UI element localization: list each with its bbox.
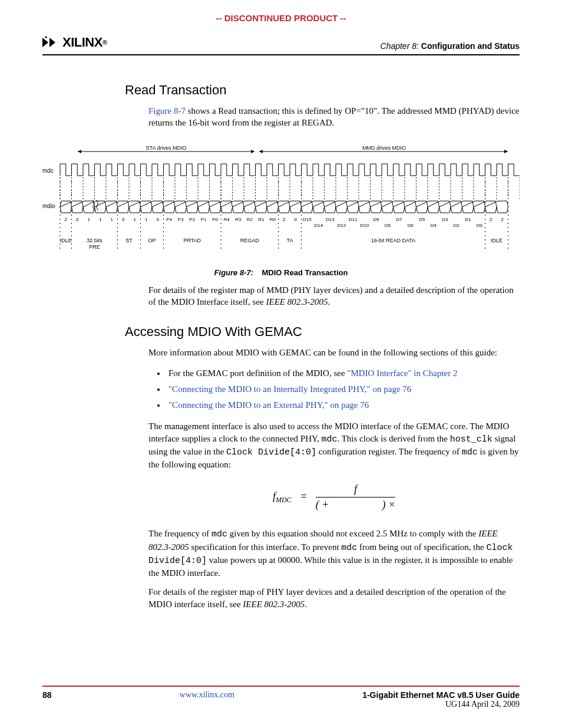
svg-text:IDLE: IDLE — [60, 238, 72, 243]
figure-8-7: STA drives MDIO MMD drives MDIO mdc mdio… — [42, 143, 520, 277]
svg-text:0: 0 — [295, 217, 297, 222]
svg-text:D3: D3 — [442, 217, 448, 222]
svg-text:MMD drives MDIO: MMD drives MDIO — [362, 145, 406, 151]
svg-text:Z: Z — [283, 217, 286, 222]
svg-text:R2: R2 — [247, 217, 253, 222]
svg-marker-6 — [504, 150, 508, 153]
page-footer: 88 www.xilinx.com 1-Gigabit Ethernet MAC… — [42, 686, 520, 709]
list-item: "Connecting the MDIO to an External PHY,… — [166, 397, 520, 413]
footer-url[interactable]: www.xilinx.com — [180, 690, 234, 709]
svg-text:D8: D8 — [385, 223, 391, 228]
chapter-header: Chapter 8: Configuration and Status — [381, 41, 520, 51]
svg-text:STA drives MDIO: STA drives MDIO — [146, 145, 187, 151]
ieee-ref-1: IEEE 802.3-2005 — [266, 297, 328, 307]
svg-marker-2 — [251, 150, 254, 153]
svg-marker-5 — [259, 150, 263, 153]
svg-text:P2: P2 — [189, 217, 195, 222]
svg-text:D13: D13 — [326, 217, 335, 222]
read-transaction-text: shows a Read transaction; this is define… — [148, 106, 520, 127]
svg-text:mdio: mdio — [42, 203, 55, 209]
svg-text:D7: D7 — [396, 217, 402, 222]
svg-text:R4: R4 — [224, 217, 230, 222]
svg-text:PRTAD: PRTAD — [183, 238, 201, 243]
figure-label: Figure 8-7: — [214, 268, 253, 277]
chapter-prefix: Chapter 8: — [381, 41, 419, 51]
after-figure-paragraph: For details of the register map of MMD (… — [148, 284, 520, 308]
svg-text:D15: D15 — [303, 217, 312, 222]
svg-text:OP: OP — [148, 238, 156, 243]
svg-text:1: 1 — [88, 217, 91, 222]
svg-text:D1: D1 — [465, 217, 471, 222]
svg-text:REGAD: REGAD — [240, 238, 260, 243]
svg-text:D11: D11 — [349, 217, 358, 222]
svg-text:R0: R0 — [270, 217, 276, 222]
figure-title: MDIO Read Transaction — [262, 268, 348, 277]
svg-text:TA: TA — [287, 238, 293, 243]
logo-icon — [42, 36, 60, 49]
after-figure-text: For details of the register map of MMD (… — [148, 285, 514, 307]
svg-text:D6: D6 — [408, 223, 414, 228]
svg-text:D0: D0 — [477, 223, 483, 228]
frequency-equation: fMDC = f ( + ) × — [148, 483, 520, 511]
section2-intro: More information about MDIO with GEMAC c… — [148, 347, 520, 358]
svg-marker-1 — [78, 150, 81, 153]
svg-text:PRE: PRE — [89, 244, 100, 250]
svg-text:Z: Z — [64, 217, 67, 222]
doc-title: 1-Gigabit Ethernet MAC v8.5 User Guide — [362, 690, 520, 700]
svg-text:0: 0 — [122, 217, 125, 222]
svg-text:D4: D4 — [431, 223, 437, 228]
page-number: 88 — [42, 690, 52, 709]
logo-text: XILINX — [62, 35, 103, 50]
svg-text:D12: D12 — [337, 223, 346, 228]
svg-text:Z: Z — [490, 217, 492, 222]
heading-accessing-mdio: Accessing MDIO With GEMAC — [125, 324, 520, 340]
svg-text:P1: P1 — [201, 217, 207, 222]
svg-text:R1: R1 — [258, 217, 265, 222]
ieee-ref-3: IEEE 802.3-2005 — [243, 599, 305, 609]
xilinx-logo: XILINX® — [42, 35, 107, 50]
bullet-list: For the GEMAC port definition of the MDI… — [166, 365, 520, 413]
heading-read-transaction: Read Transaction — [125, 83, 520, 98]
svg-text:mdc: mdc — [42, 167, 54, 174]
svg-text:16-bit READ DATA: 16-bit READ DATA — [371, 238, 415, 243]
header-rule — [42, 54, 520, 55]
svg-text:D9: D9 — [373, 217, 379, 222]
svg-text:D2: D2 — [454, 223, 460, 228]
chapter-title: Configuration and Status — [421, 41, 520, 51]
svg-text:0: 0 — [157, 217, 160, 222]
figure-caption: Figure 8-7: MDIO Read Transaction — [42, 268, 520, 277]
svg-text:Z: Z — [501, 217, 504, 222]
details-paragraph: For details of the register map of PHY l… — [148, 586, 520, 610]
frequency-paragraph: The frequency of mdc given by this equat… — [148, 528, 520, 579]
svg-text:D14: D14 — [314, 223, 323, 228]
link-mdio-interface[interactable]: "MDIO Interface" in Chapter 2 — [347, 368, 457, 378]
svg-text:R3: R3 — [235, 217, 242, 222]
svg-text:Z: Z — [76, 217, 79, 222]
management-paragraph: The management interface is also used to… — [148, 420, 520, 470]
svg-text:1: 1 — [111, 217, 114, 222]
svg-text:D10: D10 — [360, 223, 369, 228]
svg-text:1: 1 — [134, 217, 137, 222]
read-transaction-paragraph: Figure 8-7 shows a Read transaction; thi… — [148, 105, 520, 129]
svg-text:32 bits: 32 bits — [87, 238, 103, 243]
list-item: "Connecting the MDIO to an Internally In… — [166, 381, 520, 397]
discontinued-banner: -- DISCONTINUED PRODUCT -- — [42, 0, 520, 23]
svg-text:P4: P4 — [166, 217, 172, 222]
svg-text:P0: P0 — [212, 217, 218, 222]
svg-text:D5: D5 — [419, 217, 425, 222]
svg-text:1: 1 — [145, 217, 148, 222]
svg-text:1: 1 — [99, 217, 102, 222]
figure-ref-link[interactable]: Figure 8-7 — [148, 106, 186, 116]
svg-text:ST: ST — [125, 238, 133, 243]
list-item: For the GEMAC port definition of the MDI… — [166, 365, 520, 381]
svg-text:P3: P3 — [178, 217, 184, 222]
doc-sub: UG144 April 24, 2009 — [362, 700, 520, 709]
link-internal-phy[interactable]: "Connecting the MDIO to an Internally In… — [168, 384, 411, 394]
svg-text:IDLE: IDLE — [491, 238, 503, 243]
link-external-phy[interactable]: "Connecting the MDIO to an External PHY,… — [168, 400, 369, 410]
timing-diagram: STA drives MDIO MMD drives MDIO mdc mdio… — [42, 143, 520, 261]
